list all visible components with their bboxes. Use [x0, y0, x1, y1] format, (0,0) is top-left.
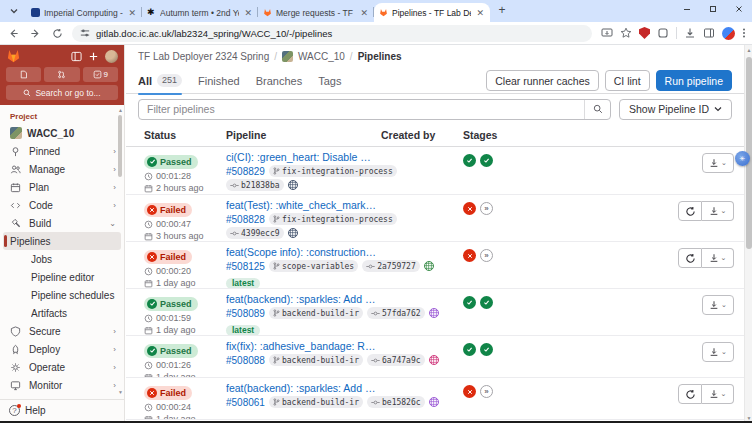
download-artifacts-button[interactable]: ⌄ — [702, 153, 734, 173]
branch-chip[interactable]: fix-integration-process — [269, 213, 397, 225]
todo-shortcut-button[interactable]: 9 — [83, 67, 118, 82]
collapse-sidebar-button[interactable] — [71, 51, 82, 62]
browser-tab[interactable]: Pipelines - TF Lab Deployer 23 ✕ — [374, 3, 490, 22]
stage-skipped-icon[interactable]: » — [480, 202, 493, 215]
stage-passed-icon[interactable] — [480, 343, 493, 356]
commit-chip[interactable]: 4399ecc9 — [226, 227, 284, 239]
stage-failed-icon[interactable] — [463, 249, 476, 262]
tab-finished[interactable]: Finished — [198, 68, 240, 94]
close-tab-icon[interactable]: ✕ — [475, 8, 485, 18]
close-tab-icon[interactable]: ✕ — [243, 8, 253, 18]
forward-button[interactable] — [26, 24, 44, 42]
stage-passed-icon[interactable] — [480, 154, 493, 167]
sidebar-item-manage[interactable]: Manage› — [0, 160, 124, 178]
save-page-icon[interactable] — [601, 27, 613, 39]
stage-skipped-icon[interactable]: » — [480, 385, 493, 398]
merge-requests-shortcut-button[interactable] — [44, 67, 79, 82]
close-tab-icon[interactable]: ✕ — [127, 8, 137, 18]
refresh-button[interactable] — [48, 24, 66, 42]
status-badge[interactable]: Failed — [144, 386, 192, 400]
branch-chip[interactable]: scope-variables — [269, 260, 358, 272]
status-badge[interactable]: Passed — [144, 344, 198, 358]
sidebar-item-pipelines[interactable]: Pipelines — [3, 232, 121, 250]
breadcrumb-group[interactable]: TF Lab Deployer 2324 Spring — [138, 51, 269, 62]
user-avatar[interactable] — [105, 50, 118, 63]
side-panel-icon[interactable] — [703, 27, 715, 39]
minimize-button[interactable] — [674, 0, 700, 18]
stage-passed-icon[interactable] — [463, 296, 476, 309]
pipeline-title-link[interactable]: feat(Scope info): :construction: Initial… — [226, 246, 376, 258]
sidebar-scrollbar[interactable]: ▲ ▼ — [118, 107, 123, 395]
browser-tab[interactable]: Merge requests - TF Lab Deplo ✕ — [258, 3, 374, 22]
pipeline-title-link[interactable]: feat(backend): :sparkles: Add overloaded… — [226, 293, 376, 305]
sidebar-item-code[interactable]: Code› — [0, 196, 124, 214]
ci-lint-button[interactable]: CI lint — [605, 70, 650, 91]
sidebar-help-item[interactable]: ? Help — [0, 399, 124, 421]
download-artifacts-button[interactable]: ⌄ — [702, 342, 734, 362]
sidebar-item-pinned[interactable]: Pinned› — [0, 142, 124, 160]
sidebar-item-monitor[interactable]: Monitor› — [0, 376, 124, 394]
commit-author-avatar[interactable] — [288, 228, 298, 238]
sidebar-item-plan[interactable]: Plan› — [0, 178, 124, 196]
sidebar-search-button[interactable]: Search or go to... — [6, 85, 118, 100]
stage-passed-icon[interactable] — [463, 343, 476, 356]
commit-author-avatar[interactable] — [288, 180, 298, 190]
create-new-button[interactable] — [88, 51, 99, 62]
branch-chip[interactable]: fix-integration-process — [269, 165, 397, 177]
back-button[interactable] — [4, 24, 22, 42]
pipeline-title-link[interactable]: fix(fix): :adhesive_bandage: Remove prin… — [226, 340, 376, 352]
sidebar-item-build[interactable]: Build⌄ — [0, 214, 124, 232]
filter-search-button[interactable] — [584, 100, 610, 119]
filter-pipelines-input[interactable] — [139, 103, 584, 115]
pipeline-id-link[interactable]: #508088 — [226, 355, 265, 366]
downloads-icon[interactable] — [684, 27, 696, 39]
branch-chip[interactable]: backend-build-ir — [269, 354, 363, 366]
extension-icon[interactable] — [657, 27, 669, 39]
browser-tab[interactable]: ✱ Autumn term • 2nd Year Comp ✕ — [142, 3, 258, 22]
tab-tags[interactable]: Tags — [318, 68, 341, 94]
branch-chip[interactable]: backend-build-ir — [269, 396, 363, 408]
pipeline-id-link[interactable]: #508829 — [226, 166, 265, 177]
download-artifacts-button[interactable]: ⌄ — [702, 384, 734, 404]
new-tab-button[interactable]: + — [494, 3, 510, 19]
bookmark-star-icon[interactable] — [620, 27, 632, 39]
page-scrollbar[interactable]: ▲ ▼ — [744, 45, 752, 423]
tab-search-button[interactable] — [4, 2, 24, 20]
run-pipeline-button[interactable]: Run pipeline — [656, 70, 732, 91]
adblock-extension-icon[interactable] — [639, 27, 650, 39]
status-badge[interactable]: Failed — [144, 203, 192, 217]
sidebar-item-secure[interactable]: Secure› — [0, 322, 124, 340]
sidebar-project-item[interactable]: WACC_10 — [0, 124, 124, 142]
retry-pipeline-button[interactable] — [678, 384, 702, 404]
retry-pipeline-button[interactable] — [678, 201, 702, 221]
commit-chip[interactable]: b21838ba — [226, 179, 284, 191]
stage-passed-icon[interactable] — [463, 154, 476, 167]
tab-branches[interactable]: Branches — [256, 68, 302, 94]
pipeline-title-link[interactable]: ci(CI): :green_heart: Disable bloop down… — [226, 151, 376, 163]
clear-runner-caches-button[interactable]: Clear runner caches — [486, 70, 599, 91]
close-window-button[interactable] — [726, 0, 752, 18]
issues-shortcut-button[interactable] — [6, 67, 41, 82]
sidebar-item-analyze[interactable]: Analyze› — [0, 394, 124, 398]
show-pipeline-id-dropdown[interactable]: Show Pipeline ID — [619, 99, 732, 120]
profile-ball-icon[interactable] — [722, 27, 735, 40]
maximize-button[interactable] — [700, 0, 726, 18]
floating-extension-ball[interactable]: ✳ — [735, 151, 750, 166]
sidebar-item-jobs[interactable]: Jobs — [0, 250, 124, 268]
pipeline-id-link[interactable]: #508125 — [226, 261, 265, 272]
tab-all[interactable]: All 251 — [138, 68, 182, 94]
stage-failed-icon[interactable] — [463, 385, 476, 398]
address-bar[interactable]: gitlab.doc.ic.ac.uk/lab2324_spring/WACC_… — [72, 25, 592, 42]
sidebar-item-operate[interactable]: Operate› — [0, 358, 124, 376]
pipeline-title-link[interactable]: feat(backend): :sparkles: Add Semantic t… — [226, 382, 376, 394]
pipeline-title-link[interactable]: feat(Test): :white_check_mark: Use regex… — [226, 199, 376, 211]
status-badge[interactable]: Passed — [144, 297, 198, 311]
sidebar-item-artifacts[interactable]: Artifacts — [0, 304, 124, 322]
download-artifacts-button[interactable]: ⌄ — [702, 201, 734, 221]
close-tab-icon[interactable]: ✕ — [359, 8, 369, 18]
pipeline-id-link[interactable]: #508828 — [226, 214, 265, 225]
branch-chip[interactable]: backend-build-ir — [269, 307, 363, 319]
pipeline-id-link[interactable]: #508061 — [226, 397, 265, 408]
download-artifacts-button[interactable]: ⌄ — [702, 248, 734, 268]
status-badge[interactable]: Passed — [144, 155, 198, 169]
